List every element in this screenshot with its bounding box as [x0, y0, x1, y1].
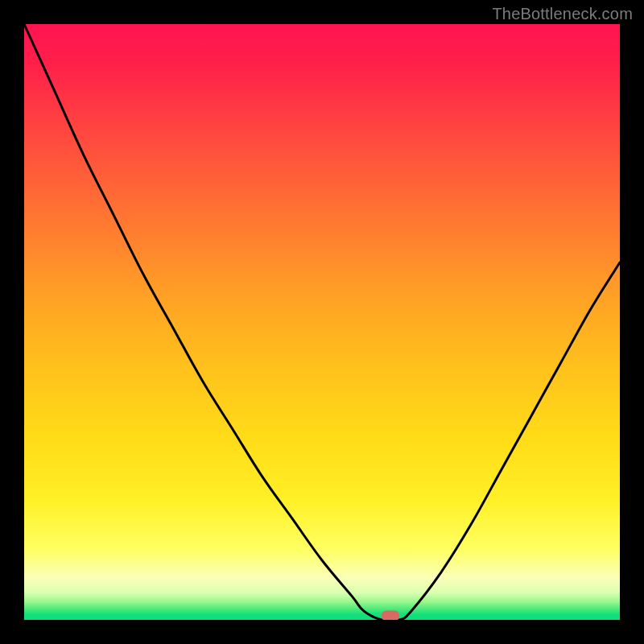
- watermark-text: TheBottleneck.com: [492, 5, 633, 23]
- bottleneck-curve: [24, 24, 620, 620]
- plot-area: [24, 24, 620, 620]
- chart-frame: TheBottleneck.com: [0, 0, 644, 644]
- curve-svg: [24, 24, 620, 620]
- optimal-marker: [382, 611, 399, 621]
